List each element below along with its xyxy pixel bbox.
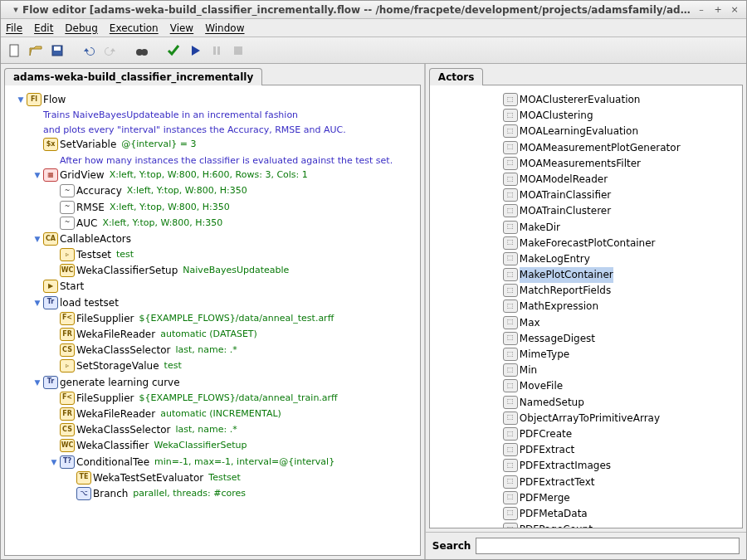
tree-node[interactable]: ~AccuracyX:left, Y:top, W:800, H:350 — [8, 183, 417, 199]
expander-icon[interactable] — [32, 108, 43, 110]
tree-node[interactable]: ⌥Branchparallel, threads: #cores — [8, 486, 417, 502]
stop-button[interactable] — [228, 41, 248, 61]
expander-icon[interactable]: ▼ — [32, 375, 43, 388]
expander-icon[interactable] — [48, 200, 60, 202]
tree-node[interactable]: FRWekaFileReaderautomatic (INCREMENTAL) — [8, 407, 417, 422]
expander-icon[interactable] — [48, 391, 60, 392]
actor-item[interactable]: ⬚MakeForecastPlotContainer — [433, 236, 739, 251]
expander-icon[interactable] — [48, 358, 60, 360]
tree-node[interactable]: ▼FlFlow — [8, 92, 417, 108]
expander-icon[interactable] — [32, 137, 43, 139]
pause-button[interactable] — [207, 41, 227, 61]
actor-item[interactable]: ⬚MakeLogEntry — [433, 251, 739, 267]
menu-file[interactable]: File — [6, 22, 22, 34]
new-button[interactable] — [4, 41, 24, 61]
search-input[interactable] — [476, 538, 740, 554]
expander-icon[interactable]: ▼ — [48, 455, 60, 468]
tree-node[interactable]: ▹SetStorageValuetest — [8, 358, 417, 374]
actor-item[interactable]: ⬚MOAMeasurementPlotGenerator — [433, 140, 739, 156]
close-button[interactable]: × — [728, 3, 741, 17]
tree-node[interactable]: After how many instances the classifier … — [8, 153, 417, 168]
actor-item[interactable]: ⬚MimeType — [433, 347, 739, 363]
actor-item[interactable]: ⬚MOAModelReader — [433, 172, 739, 187]
actor-item[interactable]: ⬚MOATrainClusterer — [433, 203, 739, 219]
actor-item[interactable]: ⬚NamedSetup — [433, 395, 739, 411]
expander-icon[interactable] — [32, 279, 43, 280]
tree-node[interactable]: ▼▦GridViewX:left, Y:top, W:800, H:600, R… — [8, 168, 417, 183]
tree-node[interactable]: $xSetVariable@{interval} = 3 — [8, 137, 417, 153]
minimize-button[interactable]: – — [695, 3, 708, 17]
actor-item[interactable]: ⬚PDFExtractText — [433, 475, 739, 490]
window-menu-icon[interactable]: ▾ — [9, 3, 22, 17]
menu-edit[interactable]: Edit — [34, 22, 53, 34]
actor-item[interactable]: ⬚PDFPageCount — [433, 522, 739, 528]
expander-icon[interactable] — [32, 123, 43, 124]
actor-item[interactable]: ⬚MoveFile — [433, 378, 739, 394]
actor-item[interactable]: ⬚MOALearningEvaluation — [433, 124, 739, 139]
validate-button[interactable] — [164, 41, 183, 61]
actor-item[interactable]: ⬚ObjectArrayToPrimitiveArray — [433, 411, 739, 426]
expander-icon[interactable] — [65, 486, 76, 488]
menu-window[interactable]: Window — [205, 22, 244, 34]
flow-tree[interactable]: ▼FlFlowTrains NaiveBayesUpdateable in an… — [4, 85, 421, 556]
actor-item[interactable]: ⬚MakePlotContainer — [433, 267, 739, 283]
tree-node[interactable]: CSWekaClassSelectorlast, name: .* — [8, 422, 417, 438]
expander-icon[interactable] — [48, 216, 60, 217]
tree-node[interactable]: ~RMSEX:left, Y:top, W:800, H:350 — [8, 200, 417, 216]
expander-icon[interactable] — [48, 153, 60, 155]
maximize-button[interactable]: + — [711, 3, 725, 17]
actor-item[interactable]: ⬚MessageDigest — [433, 331, 739, 347]
expander-icon[interactable] — [48, 438, 60, 440]
actor-item[interactable]: ⬚PDFMetaData — [433, 506, 739, 522]
actor-item[interactable]: ⬚MOAClustering — [433, 108, 739, 124]
save-button[interactable] — [47, 41, 67, 61]
actor-item[interactable]: ⬚MOAMeasurementsFilter — [433, 156, 739, 172]
actor-item[interactable]: ⬚MOAClustererEvaluation — [433, 92, 739, 108]
find-button[interactable] — [132, 41, 152, 61]
titlebar[interactable]: ▾ Flow editor [adams-weka-build_classifi… — [1, 1, 746, 19]
tree-node[interactable]: F<FileSupplier${EXAMPLE_FLOWS}/data/anne… — [8, 311, 417, 327]
open-button[interactable] — [26, 41, 46, 61]
actor-item[interactable]: ⬚PDFExtract — [433, 442, 739, 458]
actors-list[interactable]: ⬚MOAClustererEvaluation⬚MOAClustering⬚MO… — [429, 85, 743, 528]
tree-node[interactable]: ~AUCX:left, Y:top, W:800, H:350 — [8, 216, 417, 231]
expander-icon[interactable] — [48, 263, 60, 265]
tree-node[interactable]: ▼T?ConditionalTeemin=-1, max=-1, interva… — [8, 455, 417, 470]
actor-item[interactable]: ⬚MathExpression — [433, 299, 739, 314]
menu-debug[interactable]: Debug — [65, 22, 97, 34]
expander-icon[interactable] — [48, 247, 60, 249]
run-button[interactable] — [185, 41, 205, 61]
menu-execution[interactable]: Execution — [110, 22, 159, 34]
tree-node[interactable]: ▼CACallableActors — [8, 231, 417, 247]
menu-view[interactable]: View — [170, 22, 193, 34]
expander-icon[interactable]: ▼ — [32, 168, 43, 181]
tree-node[interactable]: ▼Trload testset — [8, 295, 417, 311]
actor-item[interactable]: ⬚PDFMerge — [433, 490, 739, 506]
actor-item[interactable]: ⬚MatchReportFields — [433, 283, 739, 299]
tree-node[interactable]: TEWekaTestSetEvaluatorTestset — [8, 470, 417, 486]
expander-icon[interactable]: ▼ — [15, 92, 27, 105]
actor-item[interactable]: ⬚Max — [433, 315, 739, 331]
tree-node[interactable]: CSWekaClassSelectorlast, name: .* — [8, 343, 417, 358]
flow-tab[interactable]: adams-weka-build_classifier_incrementall… — [4, 67, 421, 85]
actors-tab[interactable]: Actors — [429, 67, 743, 85]
tree-node[interactable]: ▶Start — [8, 279, 417, 295]
tree-node[interactable]: ▹Testsettest — [8, 247, 417, 263]
tree-node[interactable]: FRWekaFileReaderautomatic (DATASET) — [8, 327, 417, 343]
expander-icon[interactable] — [48, 327, 60, 329]
expander-icon[interactable] — [48, 183, 60, 185]
tree-node[interactable]: Trains NaiveBayesUpdateable in an increm… — [8, 108, 417, 123]
expander-icon[interactable]: ▼ — [32, 231, 43, 245]
tree-node[interactable]: and plots every "interval" instances the… — [8, 123, 417, 138]
expander-icon[interactable] — [48, 343, 60, 344]
tree-node[interactable]: F<FileSupplier${EXAMPLE_FLOWS}/data/anne… — [8, 391, 417, 407]
tree-node[interactable]: WCWekaClassifierWekaClassifierSetup — [8, 438, 417, 454]
expander-icon[interactable] — [65, 470, 76, 472]
actor-item[interactable]: ⬚MOATrainClassifier — [433, 187, 739, 203]
tree-node[interactable]: WCWekaClassifierSetupNaiveBayesUpdateabl… — [8, 263, 417, 279]
expander-icon[interactable] — [48, 407, 60, 408]
actor-item[interactable]: ⬚PDFExtractImages — [433, 458, 739, 474]
actor-item[interactable]: ⬚PDFCreate — [433, 426, 739, 442]
tree-node[interactable]: ▼Trgenerate learning curve — [8, 375, 417, 391]
expander-icon[interactable]: ▼ — [32, 295, 43, 309]
